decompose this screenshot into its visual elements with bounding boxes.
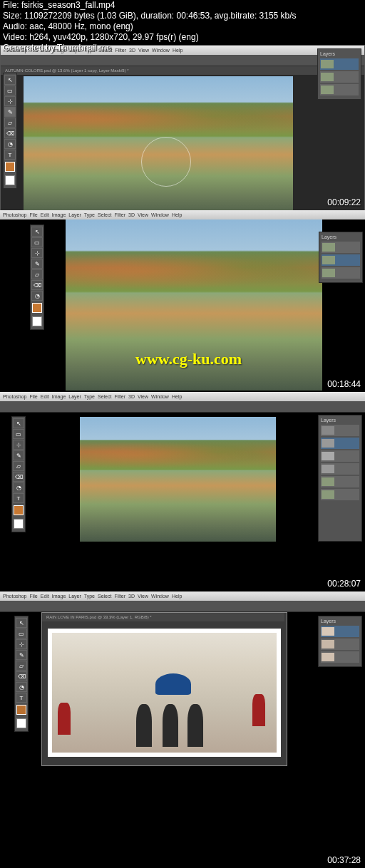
move-tool[interactable]: ↖ <box>16 618 27 628</box>
brush-tool[interactable]: ✎ <box>4 107 16 117</box>
foreground-color[interactable] <box>32 303 42 313</box>
menu-select[interactable]: Select <box>98 394 111 399</box>
foreground-color[interactable] <box>16 705 26 715</box>
gradient-tool[interactable]: ◔ <box>4 139 16 149</box>
eraser-tool[interactable]: ⌫ <box>13 472 24 482</box>
background-color[interactable] <box>5 175 15 185</box>
brush-tool[interactable]: ✎ <box>16 650 27 660</box>
tool-palette[interactable]: ↖ ▭ ⊹ ✎ ▱ ⌫ ◔ T <box>3 73 17 189</box>
document-window[interactable]: RAIN LOVE IN PARIS.psd @ 33.3% (Layer 1,… <box>41 612 287 766</box>
type-tool[interactable]: T <box>13 493 24 503</box>
eraser-tool[interactable]: ⌫ <box>4 128 16 138</box>
menu-edit[interactable]: Edit <box>41 594 49 599</box>
eraser-tool[interactable]: ⌫ <box>16 671 27 681</box>
menu-image[interactable]: Image <box>52 212 66 217</box>
type-tool[interactable]: T <box>4 150 16 160</box>
menu-filter[interactable]: Filter <box>114 394 125 399</box>
menu-window[interactable]: Window <box>151 594 169 599</box>
menu-3d[interactable]: 3D <box>128 394 135 399</box>
foreground-color[interactable] <box>5 162 15 172</box>
lasso-tool[interactable]: ⊹ <box>13 440 24 450</box>
layers-panel[interactable]: Layers <box>319 232 363 283</box>
type-tool[interactable]: T <box>16 693 27 703</box>
menu-file[interactable]: File <box>29 212 37 217</box>
menu-3d[interactable]: 3D <box>128 212 135 217</box>
layers-panel[interactable]: Layers <box>318 415 362 542</box>
document-image[interactable] <box>80 417 276 542</box>
options-bar[interactable] <box>1 55 364 66</box>
layers-panel[interactable]: Layers <box>317 48 361 100</box>
document-canvas[interactable] <box>48 629 281 757</box>
gradient-tool[interactable]: ◔ <box>16 682 27 692</box>
menu-file[interactable]: File <box>29 594 37 599</box>
menu-help[interactable]: Help <box>172 594 182 599</box>
layer-row[interactable] <box>321 626 359 637</box>
background-color[interactable] <box>32 316 42 326</box>
move-tool[interactable]: ↖ <box>4 75 16 85</box>
eraser-tool[interactable]: ⌫ <box>31 280 43 290</box>
crop-tool[interactable]: ▱ <box>31 269 43 279</box>
lasso-tool[interactable]: ⊹ <box>31 248 43 258</box>
lasso-tool[interactable]: ⊹ <box>4 96 16 106</box>
menu-layer[interactable]: Layer <box>68 394 81 399</box>
document-tab[interactable]: AUTUMN-COLORS.psd @ 13.6% (Layer 1 copy,… <box>1 66 364 75</box>
menu-type[interactable]: Type <box>84 212 95 217</box>
background-color[interactable] <box>14 519 24 529</box>
layer-row[interactable] <box>320 58 359 70</box>
menu-layer[interactable]: Layer <box>68 594 81 599</box>
menu-photoshop[interactable]: Photoshop <box>3 212 26 217</box>
document-image[interactable] <box>24 76 293 219</box>
menu-image[interactable]: Image <box>52 394 66 399</box>
menu-window[interactable]: Window <box>151 212 169 217</box>
canvas-area[interactable] <box>1 75 364 222</box>
menu-filter[interactable]: Filter <box>114 212 125 217</box>
layer-row[interactable] <box>321 425 359 436</box>
layer-row[interactable] <box>321 651 359 663</box>
move-tool[interactable]: ↖ <box>13 418 24 428</box>
layer-row[interactable] <box>322 242 360 253</box>
layers-panel[interactable]: Layers <box>318 616 362 667</box>
menu-file[interactable]: File <box>29 394 37 399</box>
layer-row[interactable] <box>320 71 359 83</box>
marquee-tool[interactable]: ▭ <box>31 237 43 247</box>
menu-view[interactable]: View <box>138 212 148 217</box>
marquee-tool[interactable]: ▭ <box>16 629 27 639</box>
menu-3d[interactable]: 3D <box>128 594 135 599</box>
menubar[interactable]: Photoshop File Edit Image Layer Type Sel… <box>0 392 365 401</box>
brush-tool[interactable]: ✎ <box>31 259 43 269</box>
layer-row[interactable] <box>321 489 359 500</box>
menu-select[interactable]: Select <box>98 212 111 217</box>
menu-type[interactable]: Type <box>84 594 95 599</box>
layer-row[interactable] <box>320 84 359 95</box>
options-bar[interactable] <box>0 601 365 612</box>
layer-row[interactable] <box>321 463 359 475</box>
layer-row[interactable] <box>321 450 359 462</box>
layer-row[interactable] <box>321 438 359 449</box>
menubar[interactable]: Photoshop File Edit Image Layer Type Sel… <box>0 591 365 601</box>
menu-window[interactable]: Window <box>151 394 169 399</box>
marquee-tool[interactable]: ▭ <box>4 86 16 95</box>
options-bar[interactable] <box>0 401 365 413</box>
menu-help[interactable]: Help <box>172 212 182 217</box>
menu-view[interactable]: View <box>138 594 148 599</box>
menubar[interactable]: Photoshop File Edit Image Layer Type Sel… <box>0 210 365 219</box>
tool-palette[interactable]: ↖ ▭ ⊹ ✎ ▱ ⌫ ◔ <box>30 224 44 330</box>
layer-row[interactable] <box>322 267 360 279</box>
menu-image[interactable]: Image <box>52 594 66 599</box>
marquee-tool[interactable]: ▭ <box>13 429 24 439</box>
crop-tool[interactable]: ▱ <box>13 461 24 471</box>
menu-help[interactable]: Help <box>172 394 182 399</box>
menu-filter[interactable]: Filter <box>114 594 125 599</box>
menu-photoshop[interactable]: Photoshop <box>3 394 26 399</box>
menu-type[interactable]: Type <box>84 394 95 399</box>
lasso-tool[interactable]: ⊹ <box>16 639 27 649</box>
menu-photoshop[interactable]: Photoshop <box>3 594 26 599</box>
gradient-tool[interactable]: ◔ <box>31 291 43 301</box>
menu-edit[interactable]: Edit <box>41 212 49 217</box>
move-tool[interactable]: ↖ <box>31 227 43 237</box>
crop-tool[interactable]: ▱ <box>16 661 27 671</box>
foreground-color[interactable] <box>14 505 24 515</box>
menu-select[interactable]: Select <box>98 594 111 599</box>
layer-row[interactable] <box>321 639 359 650</box>
document-tab[interactable]: RAIN LOVE IN PARIS.psd @ 33.3% (Layer 1,… <box>42 613 284 621</box>
